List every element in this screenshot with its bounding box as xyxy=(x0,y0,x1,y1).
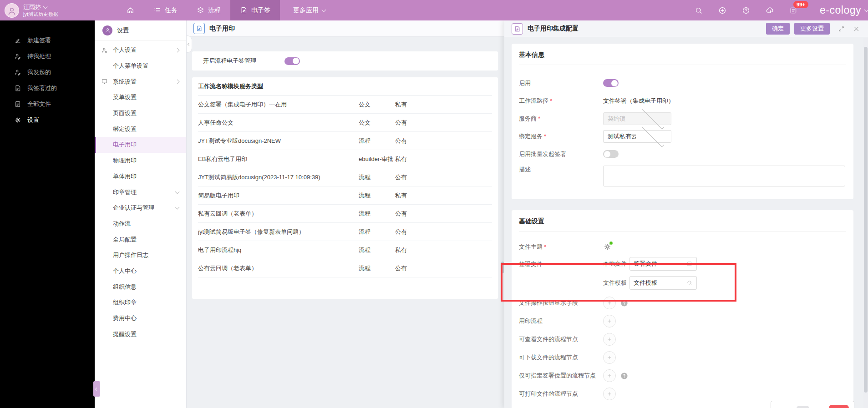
search-field-icon[interactable] xyxy=(686,280,693,286)
settings-menu-item[interactable]: 页面设置 xyxy=(95,106,186,121)
settings-menu-item[interactable]: 个人中心 xyxy=(95,263,186,279)
cell-service-type: 私有 xyxy=(395,155,492,163)
batch-sign-toggle[interactable] xyxy=(603,150,619,158)
local-file-input[interactable] xyxy=(634,261,685,267)
settings-menu-item[interactable]: 动作流 xyxy=(95,216,186,232)
cell-workflow-name: 私有云回调（老表单） xyxy=(198,210,359,218)
panel-scrollbar-track[interactable] xyxy=(863,38,868,408)
settings-menu-item[interactable]: 个人设置 xyxy=(95,42,186,58)
settings-sidebar: 设置 个人设置 个人菜单设置 系统设置 菜单设置 xyxy=(95,20,187,408)
settings-menu-item[interactable]: 菜单设置 xyxy=(95,90,186,106)
brand-menu[interactable]: e-cology xyxy=(820,0,868,20)
table-body: 公文签署（集成电子用印）---在用 公文 私有 人事任命公文 公文 公有 JYT… xyxy=(198,96,492,277)
topbar-icon-button[interactable]: 99+ xyxy=(782,6,805,15)
avatar[interactable] xyxy=(5,3,19,18)
config-row: 可查看文件的流程节点 xyxy=(519,330,846,348)
nav-item[interactable]: 任务 xyxy=(144,0,187,20)
cell-workflow-name: 公有云回调（老表单） xyxy=(198,264,359,272)
sidebar-item[interactable]: 全部文件 xyxy=(0,96,95,112)
table-row[interactable]: EB私有云电子用印 ebuilder-审批 私有 xyxy=(198,150,492,168)
settings-menu-item[interactable]: 印章管理 xyxy=(95,184,186,200)
more-settings-button[interactable]: 更多设置 xyxy=(794,23,830,35)
plus-icon xyxy=(606,354,613,361)
provider-select[interactable]: 契约锁 xyxy=(603,112,671,125)
close-icon[interactable] xyxy=(853,25,860,32)
pen-sign-icon xyxy=(14,37,21,44)
settings-menu-item[interactable]: 物理用印 xyxy=(95,153,186,169)
flow-esign-toggle[interactable] xyxy=(284,57,300,65)
description-textarea[interactable] xyxy=(603,166,845,186)
table-header: 工作流名称模块服务类型 xyxy=(198,77,492,96)
floating-widget[interactable] xyxy=(771,401,854,408)
sidebar-item[interactable]: 我发起的 xyxy=(0,64,95,80)
add-button[interactable] xyxy=(603,369,616,382)
settings-menu-item[interactable]: 绑定设置 xyxy=(95,121,186,137)
settings-menu-item[interactable]: 组织信息 xyxy=(95,279,186,295)
add-button[interactable] xyxy=(603,388,616,400)
topbar-actions: 99+ xyxy=(687,0,813,20)
table-row[interactable]: 私有云回调（老表单） 流程 公有 xyxy=(198,205,492,223)
settings-menu-item[interactable]: 企业认证与管理 xyxy=(95,200,186,216)
settings-menu-item[interactable]: 个人菜单设置 xyxy=(95,58,186,74)
settings-menu-item[interactable]: 费用中心 xyxy=(95,311,186,327)
help-icon[interactable] xyxy=(620,372,628,380)
table-row[interactable]: 公有云回调（老表单） 流程 公有 xyxy=(198,259,492,277)
table-row[interactable]: JYT测试简易版docusign(2023-11-17 10:09:39) 流程… xyxy=(198,168,492,186)
table-row[interactable]: JYT测试专业版docusign-2NEW 流程 公有 xyxy=(198,132,492,150)
file-template-input[interactable] xyxy=(634,280,685,287)
chevron-left-icon xyxy=(95,387,98,390)
edit-field-icon[interactable] xyxy=(686,261,693,267)
cell-service-type: 公有 xyxy=(395,210,492,218)
sidebar-item[interactable]: 我签署过的 xyxy=(0,80,95,96)
confirm-button[interactable]: 确定 xyxy=(766,23,790,35)
bind-service-select[interactable]: 测试私有云223NEW xyxy=(603,130,671,143)
settings-menu-item[interactable]: 单体用印 xyxy=(95,169,186,185)
nav-item[interactable] xyxy=(117,0,144,20)
table-row[interactable]: 人事任命公文 公文 公有 xyxy=(198,114,492,132)
local-file-label: 本地文件 xyxy=(603,260,629,268)
main-scrollbar[interactable] xyxy=(501,262,504,273)
settings-menu-item[interactable]: 系统设置 xyxy=(95,74,186,90)
file-subject-config-button[interactable] xyxy=(603,242,612,252)
sidebar-item[interactable]: 新建签署 xyxy=(0,32,95,48)
sidebar-collapse-handle[interactable] xyxy=(93,381,100,397)
enable-toggle[interactable] xyxy=(603,79,619,87)
main-header: 电子用印 xyxy=(187,20,504,37)
config-row: 文件操作按钮显示字段 xyxy=(519,294,846,312)
nav-item[interactable]: 电子签 xyxy=(230,0,280,20)
settings-menu-item[interactable]: 全局配置 xyxy=(95,232,186,247)
layers-icon xyxy=(197,6,204,14)
add-button[interactable] xyxy=(603,315,616,327)
cell-workflow-name: 简易版电子用印 xyxy=(198,191,359,200)
nav-item[interactable]: 流程 xyxy=(187,0,230,20)
chevron-right-icon xyxy=(175,48,180,52)
topbar-icon-button[interactable] xyxy=(758,6,782,15)
help-icon[interactable] xyxy=(620,299,628,307)
sidebar-item[interactable]: 设置 xyxy=(0,112,95,128)
panel-collapse-handle[interactable] xyxy=(187,35,192,53)
search-icon xyxy=(695,6,703,15)
table-row[interactable]: 公文签署（集成电子用印）---在用 公文 私有 xyxy=(198,96,492,114)
panel-scrollbar-thumb[interactable] xyxy=(864,47,868,393)
nav-item[interactable]: 更多应用 xyxy=(280,0,335,20)
user-block[interactable]: 江雨婷 jyt测试历史数据 xyxy=(0,0,98,20)
cell-module: 流程 xyxy=(359,228,395,236)
add-button[interactable] xyxy=(603,297,616,309)
chevron-down-icon xyxy=(322,7,326,12)
topbar-icon-button[interactable] xyxy=(687,6,711,15)
settings-menu-item[interactable]: 电子用印 xyxy=(95,137,186,153)
sidebar-item[interactable]: 待我处理 xyxy=(0,48,95,64)
topbar-icon-button[interactable] xyxy=(711,6,734,15)
add-button[interactable] xyxy=(603,333,616,346)
table-row[interactable]: jyt测试简易版电子签（修复新表单问题） 流程 公有 xyxy=(198,223,492,241)
plus-circle-icon xyxy=(718,6,726,15)
settings-menu-item[interactable]: 提醒设置 xyxy=(95,326,186,342)
topbar-icon-button[interactable] xyxy=(734,6,758,15)
cloud-transfer-icon xyxy=(766,6,774,15)
settings-menu-item[interactable]: 用户操作日志 xyxy=(95,247,186,263)
settings-menu-item[interactable]: 组织印章 xyxy=(95,295,186,311)
table-row[interactable]: 电子用印流程hjq 流程 私有 xyxy=(198,241,492,259)
table-row[interactable]: 简易版电子用印 流程 私有 xyxy=(198,186,492,205)
add-button[interactable] xyxy=(603,351,616,364)
expand-icon[interactable] xyxy=(838,25,845,32)
